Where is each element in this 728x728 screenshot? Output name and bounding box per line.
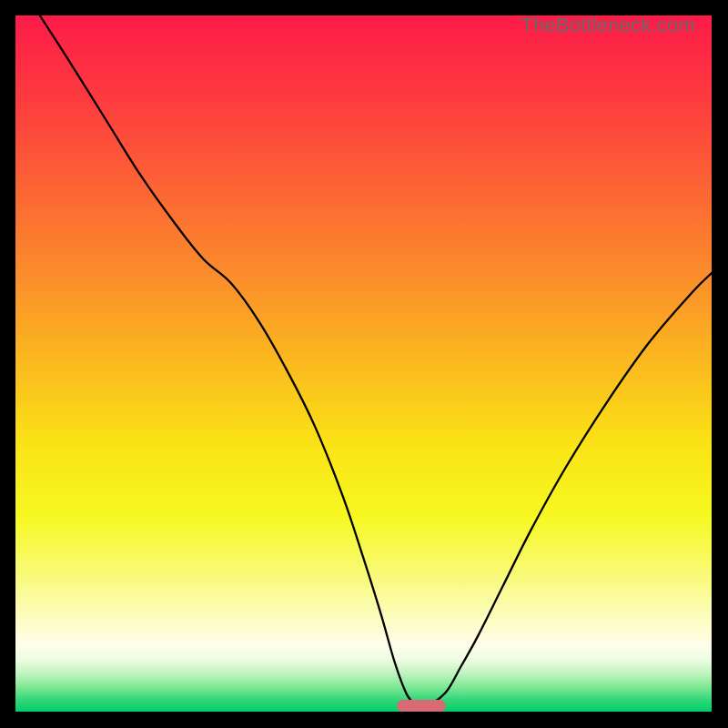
bottleneck-chart: [15, 15, 712, 712]
chart-background-gradient: [15, 15, 712, 712]
chart-frame: TheBottleneck.com: [15, 15, 712, 712]
watermark-text: TheBottleneck.com: [521, 14, 695, 37]
optimal-range-marker: [397, 700, 446, 712]
